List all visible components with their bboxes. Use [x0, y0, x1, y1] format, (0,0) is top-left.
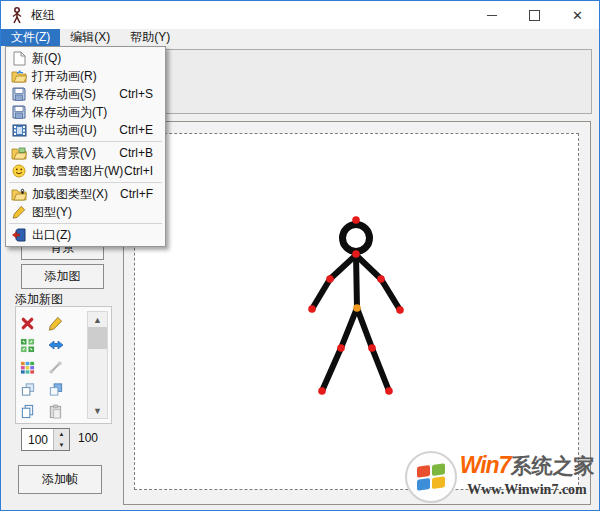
bring-forward-icon — [20, 382, 36, 397]
menu-item-load-sprite[interactable]: 加载雪碧图片(W) Ctrl+I — [6, 162, 165, 180]
lower-figure-button[interactable] — [48, 378, 76, 400]
figure-joint — [326, 275, 334, 283]
figure-joint — [368, 344, 376, 352]
scrollbar-thumb[interactable] — [88, 327, 107, 349]
delete-x-icon — [20, 316, 35, 331]
add-frame-button[interactable]: 添加帧 — [18, 465, 102, 494]
center-figure-button[interactable] — [20, 334, 48, 356]
figure-tools-panel: ▲ ▼ — [15, 306, 112, 424]
menu-separator — [9, 223, 162, 224]
figure-joint — [352, 250, 360, 258]
menu-item-exit[interactable]: 出口(Z) — [6, 226, 165, 244]
joint-segment-icon — [48, 360, 63, 375]
menu-item-load-background[interactable]: 载入背景(V) Ctrl+B — [6, 144, 165, 162]
window-title: 枢纽 — [31, 7, 55, 24]
app-window: 枢纽 ✕ 文件(Z) 编辑(X) 帮助(Y) 背景 添加图 添加新图 — [0, 0, 600, 511]
app-stickfigure-icon — [10, 7, 24, 24]
paste-figure-button[interactable] — [48, 400, 76, 422]
center-arrows-icon — [20, 338, 35, 353]
figure-joint — [318, 387, 326, 395]
color-palette-icon — [20, 360, 35, 375]
paste-clipboard-icon — [48, 404, 63, 419]
figure-colors-button[interactable] — [20, 356, 48, 378]
minimize-button[interactable] — [470, 1, 513, 29]
figure-joint — [337, 344, 345, 352]
figure-joint — [385, 387, 393, 395]
menu-item-figure-type[interactable]: 图型(Y) — [6, 203, 165, 221]
pencil-icon — [48, 316, 63, 331]
spinner-up-icon[interactable]: ▲ — [54, 429, 69, 440]
menu-item-load-figure-type[interactable]: 加载图类型(X) Ctrl+F — [6, 185, 165, 203]
menu-item-open-animation[interactable]: 打开动画(R) — [6, 67, 165, 85]
figure-joint — [396, 306, 404, 314]
figure-joint — [377, 275, 385, 283]
raise-figure-button[interactable] — [20, 378, 48, 400]
load-figure-icon — [11, 186, 27, 202]
scroll-down-icon[interactable]: ▼ — [88, 403, 107, 418]
menu-file[interactable]: 文件(Z) — [1, 29, 60, 46]
menu-item-save-animation[interactable]: 保存动画(S) Ctrl+S — [6, 85, 165, 103]
scroll-up-icon[interactable]: ▲ — [88, 312, 107, 327]
menu-edit[interactable]: 编辑(X) — [60, 29, 120, 46]
save-icon — [11, 86, 27, 102]
minimize-icon — [487, 15, 497, 16]
close-button[interactable]: ✕ — [556, 1, 599, 29]
watermark-brand: Win7系统之家 — [455, 453, 599, 480]
menu-help[interactable]: 帮助(Y) — [120, 29, 180, 46]
delete-figure-button[interactable] — [20, 312, 48, 334]
maximize-icon — [529, 10, 540, 21]
figure-joint — [353, 304, 361, 312]
edit-figure-button[interactable] — [48, 312, 76, 334]
watermark-url: Www.Winwin7.com — [455, 482, 599, 498]
copy-figure-button[interactable] — [20, 400, 48, 422]
close-icon: ✕ — [572, 8, 583, 23]
maximize-button[interactable] — [513, 1, 556, 29]
menu-item-new[interactable]: 新(Q) — [6, 49, 165, 67]
menu-separator — [9, 141, 162, 142]
file-dropdown-menu: 新(Q) 打开动画(R) 保存动画(S) Ctrl+S 保存动画为(T) — [5, 46, 166, 247]
frame-timeline-panel[interactable] — [123, 49, 592, 114]
flip-figure-button[interactable] — [48, 334, 76, 356]
figure-joint — [352, 216, 360, 224]
tools-scrollbar[interactable]: ▲ ▼ — [87, 311, 108, 419]
menu-item-export-animation[interactable]: 导出动画(U) Ctrl+E — [6, 121, 165, 139]
scale-label: 100 — [78, 431, 98, 445]
save-as-icon — [11, 104, 27, 120]
scale-value[interactable]: 100 — [22, 429, 53, 450]
menu-bar: 文件(Z) 编辑(X) 帮助(Y) — [1, 29, 599, 46]
add-figure-button[interactable]: 添加图 — [21, 264, 104, 289]
scale-spinner[interactable]: 100 ▲ ▼ — [21, 428, 70, 451]
spinner-down-icon[interactable]: ▼ — [54, 440, 69, 451]
send-backward-icon — [48, 382, 64, 397]
smiley-icon — [11, 163, 27, 179]
joint-tool-button[interactable] — [48, 356, 76, 378]
windows-flag-icon — [405, 451, 457, 503]
new-file-icon — [11, 50, 27, 66]
title-bar: 枢纽 ✕ — [1, 1, 599, 29]
flip-arrow-icon — [48, 338, 64, 352]
open-animation-icon — [11, 68, 27, 84]
pencil-icon — [11, 204, 27, 220]
menu-separator — [9, 182, 162, 183]
watermark: Win7系统之家 Www.Winwin7.com — [405, 447, 599, 509]
exit-icon — [11, 227, 27, 243]
copy-icon — [20, 404, 35, 419]
load-background-icon — [11, 145, 27, 161]
figure-joint — [308, 305, 316, 313]
menu-item-save-animation-as[interactable]: 保存动画为(T) — [6, 103, 165, 121]
export-film-icon — [11, 122, 27, 138]
